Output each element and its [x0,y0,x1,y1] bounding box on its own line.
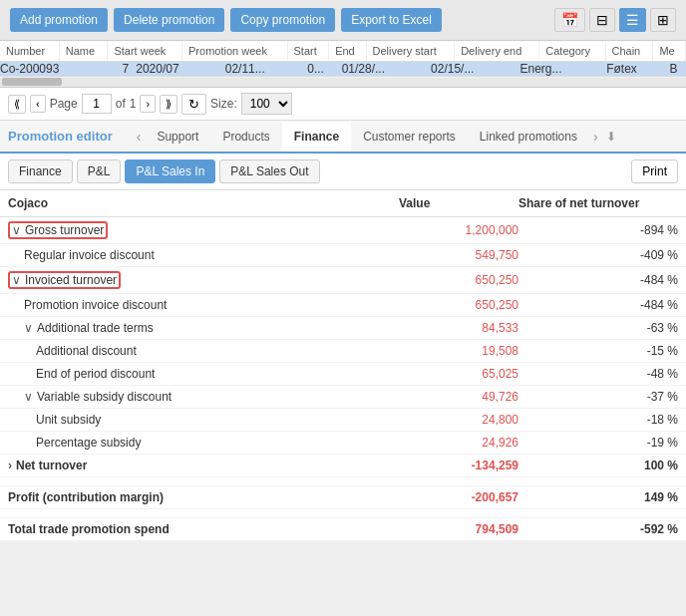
editor-title: Promotion editor [8,121,123,152]
sub-tab-finance[interactable]: Finance [8,159,73,183]
calendar-icon-btn[interactable]: 📅 [554,8,585,32]
finance-share: -18 % [526,409,686,432]
finance-label: Profit (contribution margin) [0,486,407,509]
finance-row: ∨Gross turnover 1,200,000 -894 % [0,217,686,244]
col-me: Me [653,41,686,61]
more-tabs-icon[interactable]: ⬇ [606,130,616,144]
finance-value: 84,533 [407,317,526,340]
cell-number: Co-200093 [0,62,122,76]
finance-value: 49,726 [407,386,526,409]
finance-label: Additional discount [0,340,407,363]
grid-icon-btn[interactable]: ⊞ [650,8,676,32]
finance-share: 149 % [526,486,686,509]
finance-label: Promotion invoice discount [0,294,407,317]
outlined-label: ∨Gross turnover [8,221,108,239]
tab-support[interactable]: Support [145,122,210,154]
toolbar-icons: 📅 ⊟ ☰ ⊞ [554,8,676,32]
finance-value: 19,508 [407,340,526,363]
finance-share: -484 % [526,294,686,317]
scroll-thumb[interactable] [2,78,62,86]
finance-row: ›Net turnover -134,259 100 % [0,455,686,477]
cell-start: 02/11... [225,62,308,76]
grid-body: Co-200093 7 2020/07 02/11... 0... 01/28/… [0,62,686,77]
pagination: ⟪ ‹ Page of 1 › ⟫ ↻ Size: 100 50 200 [0,88,686,121]
sub-tab-pl[interactable]: P&L [77,159,122,183]
prev-page-button[interactable]: ‹ [30,95,46,113]
finance-share: -15 % [526,340,686,363]
cell-me: B [669,62,686,76]
value-col-header: Value [399,196,518,210]
copy-promotion-button[interactable]: Copy promotion [230,8,335,32]
finance-row: Unit subsidy 24,800 -18 % [0,409,686,432]
finance-row: Regular invoice discount 549,750 -409 % [0,244,686,267]
refresh-button[interactable]: ↻ [181,94,206,115]
export-excel-button[interactable]: Export to Excel [341,8,442,32]
page-input[interactable] [82,94,112,114]
finance-share: -19 % [526,432,686,455]
cell-delivery-start: 01/28/... [342,62,431,76]
sub-tab-pl-sales-in[interactable]: P&L Sales In [125,159,215,183]
finance-label: ∨Additional trade terms [0,317,407,340]
delete-promotion-button[interactable]: Delete promotion [114,8,224,32]
collapse-icon[interactable]: ∨ [12,223,21,237]
size-select[interactable]: 100 50 200 [241,93,292,115]
finance-label: Total trade promotion spend [0,518,407,541]
page-total: 1 [130,97,137,111]
finance-label: ∨Variable subsidy discount [0,386,407,409]
tab-finance[interactable]: Finance [282,122,351,154]
expand-icon[interactable]: › [8,459,12,472]
finance-table-header: Cojaco Value Share of net turnover [0,190,686,217]
col-start-week: Start week [108,41,182,61]
next-page-button[interactable]: › [140,95,156,113]
finance-row: ∨Additional trade terms 84,533 -63 % [0,317,686,340]
sub-tabs: Finance P&L P&L Sales In P&L Sales Out P… [0,154,686,190]
last-page-button[interactable]: ⟫ [160,95,177,114]
finance-label: ∨Gross turnover [0,217,407,244]
col-category: Category [539,41,605,61]
finance-value: 65,025 [407,363,526,386]
finance-value: 794,509 [407,518,526,541]
collapse-icon[interactable]: ∨ [24,390,33,404]
company-name: Cojaco [8,196,399,210]
finance-label: Unit subsidy [0,409,407,432]
tab-products[interactable]: Products [210,122,281,154]
finance-share: -37 % [526,386,686,409]
list-icon-btn[interactable]: ☰ [619,8,646,32]
finance-row: Total trade promotion spend 794,509 -592… [0,518,686,541]
size-label: Size: [210,97,237,111]
finance-row: ∨Variable subsidy discount 49,726 -37 % [0,386,686,409]
finance-share: -409 % [526,244,686,267]
outlined-label: ∨Invoiced turnover [8,271,121,289]
finance-table-wrapper: ∨Gross turnover 1,200,000 -894 % Regular… [0,217,686,541]
tab-customer-reports[interactable]: Customer reports [351,122,468,154]
col-chain: Chain [605,41,653,61]
col-end: End [329,41,366,61]
first-page-button[interactable]: ⟪ [8,95,26,114]
add-promotion-button[interactable]: Add promotion [10,8,108,32]
cell-end: 0... [307,62,341,76]
collapse-icon[interactable]: ∨ [12,273,21,287]
table-row[interactable]: Co-200093 7 2020/07 02/11... 0... 01/28/… [0,62,686,76]
collapse-icon[interactable]: ∨ [24,321,33,335]
cell-start-week: 7 [122,62,136,76]
horizontal-scrollbar[interactable] [0,78,686,88]
nav-right-arrow[interactable]: › [589,129,602,145]
share-col-header: Share of net turnover [518,196,678,210]
finance-label: Percentage subsidy [0,432,407,455]
print-button[interactable]: Print [631,159,678,183]
cell-delivery-end: 02/15/... [431,62,519,76]
finance-label: End of period discount [0,363,407,386]
finance-row: Profit (contribution margin) -200,657 14… [0,486,686,509]
cell-chain: Føtex [606,62,669,76]
col-number: Number [0,41,59,61]
finance-share: -63 % [526,317,686,340]
nav-left-arrow[interactable]: ‹ [133,129,146,145]
col-name: Name [59,41,108,61]
finance-row: Promotion invoice discount 650,250 -484 … [0,294,686,317]
tab-linked-promotions[interactable]: Linked promotions [468,122,589,154]
cell-category: Energ... [520,62,607,76]
minus-icon-btn[interactable]: ⊟ [589,8,615,32]
sub-tab-pl-sales-out[interactable]: P&L Sales Out [219,159,319,183]
finance-value: 650,250 [407,267,526,294]
finance-row: End of period discount 65,025 -48 % [0,363,686,386]
